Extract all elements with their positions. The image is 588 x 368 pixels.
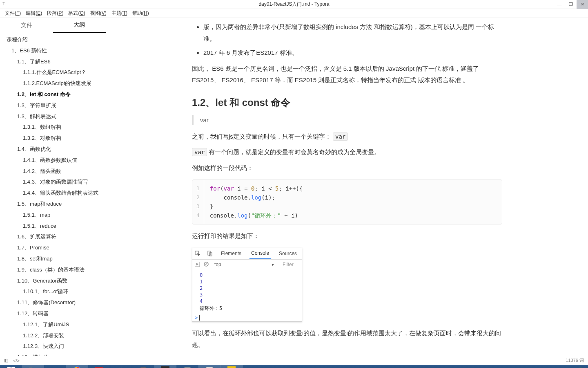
menu-f[interactable]: 文件(F) (2, 9, 23, 18)
tab-console[interactable]: Console (249, 248, 271, 259)
paragraph: 之前，我们写js定义变量的时候，只有一个关键字： var (192, 131, 502, 143)
outline-item[interactable]: 1.5.1、reduce (0, 221, 106, 232)
start-button[interactable] (0, 365, 22, 368)
menu-h[interactable]: 帮助(H) (130, 9, 151, 18)
outline-item[interactable]: 1.2、let 和 const 命令 (0, 89, 106, 100)
outline-item[interactable]: 1.7、Promise (0, 242, 106, 254)
outline-item[interactable]: 1.10.1、for...of循环 (0, 286, 106, 297)
word-count[interactable]: 11376 词 (566, 357, 584, 364)
list-item: 2017 年 6 月发布了ES2017 标准。 (203, 47, 502, 59)
svg-rect-2 (209, 253, 212, 256)
filter-input[interactable]: Filter (279, 262, 299, 267)
sidebar: 文件 大纲 课程介绍1、ES6 新特性1.1、了解ES61.1.1.什么是ECM… (0, 18, 106, 356)
source-mode-icon[interactable]: </> (13, 358, 20, 363)
task-app3[interactable] (176, 365, 198, 368)
svg-rect-23 (161, 366, 169, 368)
svg-rect-29 (227, 366, 236, 368)
app-icon: T (2, 1, 5, 6)
task-intellij[interactable]: IJ (154, 365, 176, 368)
outline-item[interactable]: 1.1.2.ECMAScript的快速发展 (0, 78, 106, 89)
outline-item[interactable]: 1.12.3、快速入门 (0, 341, 106, 352)
list-item: 版，因为两者的差异非常小(只新增了数组实例的 includes 方法 和指数运算… (203, 21, 502, 45)
tab-sources[interactable]: Sources (277, 248, 298, 259)
outline-item[interactable]: 1.4.4、箭头函数结合解构表达式 (0, 188, 106, 199)
menu-v[interactable]: 视图(V) (88, 9, 109, 18)
svg-line-5 (205, 263, 207, 265)
outline-item[interactable]: 1.4.1、函数参数默认值 (0, 155, 106, 166)
outline-list: 课程介绍1、ES6 新特性1.1、了解ES61.1.1.什么是ECMAScrip… (0, 33, 106, 356)
tab-files[interactable]: 文件 (0, 18, 53, 33)
outline-item[interactable]: 1.4.3、对象的函数属性简写 (0, 177, 106, 188)
svg-rect-1 (208, 251, 210, 255)
heading-let-const: 1.2、let 和 const 命令 (192, 96, 502, 109)
outline-item[interactable]: 1.12、转码器 (0, 308, 106, 319)
window-titlebar: T day01-ReactJS入门.md - Typora — ❐ ✕ (0, 0, 588, 9)
tab-outline[interactable]: 大纲 (53, 18, 106, 33)
task-chrome[interactable] (66, 365, 88, 368)
outline-item[interactable]: 1.9、class（类）的基本语法 (0, 265, 106, 276)
outline-item[interactable]: 1.1、了解ES6 (0, 56, 106, 67)
inspect-icon (195, 251, 200, 256)
device-icon (207, 251, 213, 256)
paragraph: 例如这样的一段代码： (192, 162, 502, 174)
sidebar-tabs: 文件 大纲 (0, 18, 106, 33)
inline-code: var (192, 148, 207, 156)
menubar: 文件(F)编辑(E)段落(P)格式(O)视图(V)主题(T)帮助(H) (0, 9, 588, 18)
outline-item[interactable]: 1.4.2、箭头函数 (0, 166, 106, 177)
task-explorer[interactable] (22, 365, 44, 368)
editor-area[interactable]: 版，因为两者的差异非常小(只新增了数组实例的 includes 方法 和指数运算… (106, 18, 588, 356)
outline-item[interactable]: 1、ES6 新特性 (0, 45, 106, 56)
outline-item[interactable]: 1.11、修饰器(Decorator) (0, 297, 106, 308)
console-prompt[interactable]: > (192, 314, 302, 321)
tab-elements[interactable]: Elements (219, 248, 243, 259)
menu-t[interactable]: 主题(T) (109, 9, 130, 18)
maximize-button[interactable]: ❐ (565, 0, 577, 9)
blockquote: var (192, 115, 502, 125)
window-title: day01-ReactJS入门.md - Typora (258, 1, 329, 8)
outline-item[interactable]: 1.3.2、对象解构 (0, 133, 106, 144)
play-icon (195, 262, 200, 267)
code-gutter: 1234 (192, 180, 204, 224)
outline-item[interactable]: 1.13、模块化 (0, 352, 106, 356)
outline-item[interactable]: 1.12.2、部署安装 (0, 330, 106, 341)
toggle-sidebar-icon[interactable]: ◧ (4, 358, 8, 363)
outline-item[interactable]: 1.12.1、了解UmiJS (0, 319, 106, 330)
task-paint[interactable] (44, 365, 66, 368)
status-bar: ◧ </> 11376 词 (0, 356, 588, 365)
outline-item[interactable]: 1.6、扩展运算符 (0, 231, 106, 242)
context-select[interactable]: top▾ (213, 262, 276, 267)
outline-item[interactable]: 1.5、map和reduce (0, 199, 106, 210)
outline-item[interactable]: 1.3、解构表达式 (0, 111, 106, 122)
outline-item[interactable]: 1.8、set和map (0, 254, 106, 265)
paragraph: 可以看出，在循环外部也可以获取到变量i的值，显然变量i的作用域范围太大了，在做复… (192, 328, 502, 351)
outline-item[interactable]: 1.1.1.什么是ECMAScript？ (0, 67, 106, 78)
outline-item[interactable]: 1.4、函数优化 (0, 144, 106, 155)
paragraph: 运行打印的结果是如下： (192, 230, 502, 242)
close-button[interactable]: ✕ (577, 0, 588, 9)
menu-e[interactable]: 编辑(E) (23, 9, 45, 18)
menu-o[interactable]: 格式(O) (66, 9, 87, 18)
clear-icon (204, 262, 209, 267)
outline-item[interactable]: 1.10、Generator函数 (0, 276, 106, 287)
code-block: 1234 for(var i = 0; i < 5; i++){ console… (192, 180, 502, 224)
minimize-button[interactable]: — (554, 0, 565, 9)
inline-code: var (333, 132, 348, 141)
paragraph: 因此， ES6 既是一个历史名词，也是一个泛指，含义是 5.1 版本以后的 Ja… (192, 63, 502, 86)
outline-item[interactable]: 1.5.1、map (0, 210, 106, 221)
task-typora[interactable]: T (198, 365, 220, 368)
menu-p[interactable]: 段落(P) (45, 9, 66, 18)
outline-item[interactable]: 1.3、字符串扩展 (0, 100, 106, 111)
console-output: 01234循环外：5 (192, 270, 302, 314)
task-app4[interactable]: Pw (220, 365, 243, 368)
outline-item[interactable]: 1.3.1、数组解构 (0, 122, 106, 133)
task-app1[interactable] (110, 365, 132, 368)
code-content: for(var i = 0; i < 5; i++){ console.log(… (204, 180, 502, 224)
paragraph: var 有一个问题，就是定义的变量有时会莫名奇妙的成为全局变量。 (192, 146, 502, 158)
devtools-console-image: Elements Console Sources top▾ Filter 012… (192, 248, 302, 322)
task-app2[interactable] (132, 365, 154, 368)
outline-item[interactable]: 课程介绍 (0, 34, 106, 45)
task-xshell[interactable] (88, 365, 110, 368)
windows-taskbar: IJ T Pw ▴ ⚑ 中 61 (0, 365, 588, 368)
